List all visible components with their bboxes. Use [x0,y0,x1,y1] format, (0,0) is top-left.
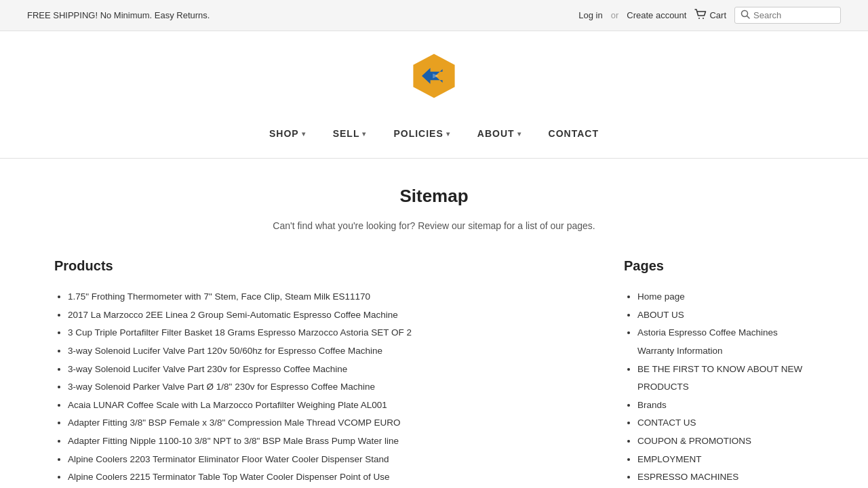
cart-label: Cart [709,10,726,20]
cart-link[interactable]: Cart [694,9,726,22]
list-item: 3 Cup Triple Portafilter Filter Basket 1… [68,323,597,342]
list-item: ESPRESSO MACHINES [637,468,814,486]
list-item: BE THE FIRST TO KNOW ABOUT NEW PRODUCTS [637,360,814,396]
cart-icon [694,9,707,22]
logo [410,52,458,100]
nav-label-shop: SHOP [269,128,299,139]
page-link[interactable]: ESPRESSO MACHINES [637,472,738,482]
product-link[interactable]: Adapter Fitting Nipple 1100-10 3/8" NPT … [68,436,399,446]
page-link[interactable]: Brands [637,400,667,410]
list-item: 1.75" Frothing Thermometer with 7" Stem,… [68,287,597,306]
product-link[interactable]: Alpine Coolers 2215 Terminator Table Top… [68,472,390,482]
page-link[interactable]: ABOUT US [637,310,684,320]
svg-line-3 [747,16,750,19]
product-link[interactable]: 3-way Solenoid Parker Valve Part Ø 1/8" … [68,382,375,392]
nav-item-about[interactable]: ABOUT ▾ [464,123,535,144]
list-item: Alpine Coolers 2215 Terminator Table Top… [68,468,597,486]
sitemap-description: Can't find what you're looking for? Revi… [54,220,814,231]
products-heading: Products [54,258,597,274]
svg-point-0 [698,18,700,19]
product-link[interactable]: Acaia LUNAR Coffee Scale with La Marzocc… [68,400,387,410]
product-link[interactable]: 3-way Solenoid Lucifer Valve Part 230v f… [68,364,347,374]
svg-point-1 [703,18,704,19]
shipping-notice: FREE SHIPPING! No Minimum. Easy Returns. [27,10,210,20]
nav-item-policies[interactable]: POLICIES ▾ [380,123,463,144]
list-item: CONTACT US [637,413,814,432]
list-item: COUPON & PROMOTIONS [637,432,814,450]
main-nav: SHOP ▾ SELL ▾ POLICIES ▾ ABOUT ▾ CONTACT [0,116,868,159]
list-item: Alpine Coolers 2203 Terminator Eliminato… [68,450,597,468]
nav-label-contact: CONTACT [549,128,599,139]
product-link[interactable]: Adapter Fitting 3/8" BSP Female x 3/8" C… [68,418,401,428]
product-link[interactable]: 2017 La Marzocco 2EE Linea 2 Group Semi-… [68,310,398,320]
page-link[interactable]: COUPON & PROMOTIONS [637,436,751,446]
search-box[interactable] [734,7,841,24]
nav-label-policies: POLICIES [393,128,443,139]
nav-label-about: ABOUT [477,128,515,139]
list-item: Brands [637,396,814,414]
list-item: Adapter Fitting 3/8" BSP Female x 3/8" C… [68,413,597,432]
header [0,31,868,116]
main-content: Sitemap Can't find what you're looking f… [27,159,841,488]
product-link[interactable]: 3 Cup Triple Portafilter Filter Basket 1… [68,327,412,338]
search-icon [741,9,750,21]
nav-item-contact[interactable]: CONTACT [535,123,612,144]
sitemap-title: Sitemap [54,186,814,207]
products-list: 1.75" Frothing Thermometer with 7" Stem,… [54,287,597,486]
page-link[interactable]: CONTACT US [637,418,696,428]
product-link[interactable]: 3-way Solenoid Lucifer Valve Part 120v 5… [68,346,382,356]
list-item: Home page [637,287,814,306]
top-bar: FREE SHIPPING! No Minimum. Easy Returns.… [0,0,868,31]
products-column: Products 1.75" Frothing Thermometer with… [54,258,597,486]
top-bar-right: Log in or Create account Cart [578,7,841,24]
pages-column: Pages Home pageABOUT USAstoria Espresso … [624,258,814,486]
chevron-down-icon: ▾ [302,130,306,138]
chevron-down-icon: ▾ [362,130,366,138]
sitemap-columns: Products 1.75" Frothing Thermometer with… [54,258,814,486]
list-item: Astoria Espresso Coffee Machines Warrant… [637,323,814,359]
list-item: 3-way Solenoid Lucifer Valve Part 120v 5… [68,342,597,360]
list-item: 3-way Solenoid Lucifer Valve Part 230v f… [68,360,597,378]
product-link[interactable]: Alpine Coolers 2203 Terminator Eliminato… [68,454,389,464]
logo-link[interactable] [410,52,458,102]
product-link[interactable]: 1.75" Frothing Thermometer with 7" Stem,… [68,291,370,302]
list-item: ABOUT US [637,306,814,324]
list-item: 3-way Solenoid Parker Valve Part Ø 1/8" … [68,378,597,396]
create-account-link[interactable]: Create account [627,10,686,20]
pages-list: Home pageABOUT USAstoria Espresso Coffee… [624,287,814,486]
page-link[interactable]: EMPLOYMENT [637,454,702,464]
page-link[interactable]: BE THE FIRST TO KNOW ABOUT NEW PRODUCTS [637,364,802,392]
nav-item-sell[interactable]: SELL ▾ [319,123,380,144]
pages-heading: Pages [624,258,814,274]
list-item: 2017 La Marzocco 2EE Linea 2 Group Semi-… [68,306,597,324]
list-item: Acaia LUNAR Coffee Scale with La Marzocc… [68,396,597,414]
nav-item-shop[interactable]: SHOP ▾ [256,123,319,144]
search-input[interactable] [753,10,835,20]
nav-label-sell: SELL [333,128,360,139]
list-item: Adapter Fitting Nipple 1100-10 3/8" NPT … [68,432,597,450]
chevron-down-icon: ▾ [446,130,450,138]
page-link[interactable]: Home page [637,291,685,302]
or-separator: or [611,10,619,20]
list-item: EMPLOYMENT [637,450,814,468]
chevron-down-icon: ▾ [517,130,521,138]
page-link[interactable]: Astoria Espresso Coffee Machines Warrant… [637,327,778,356]
login-link[interactable]: Log in [578,10,602,20]
